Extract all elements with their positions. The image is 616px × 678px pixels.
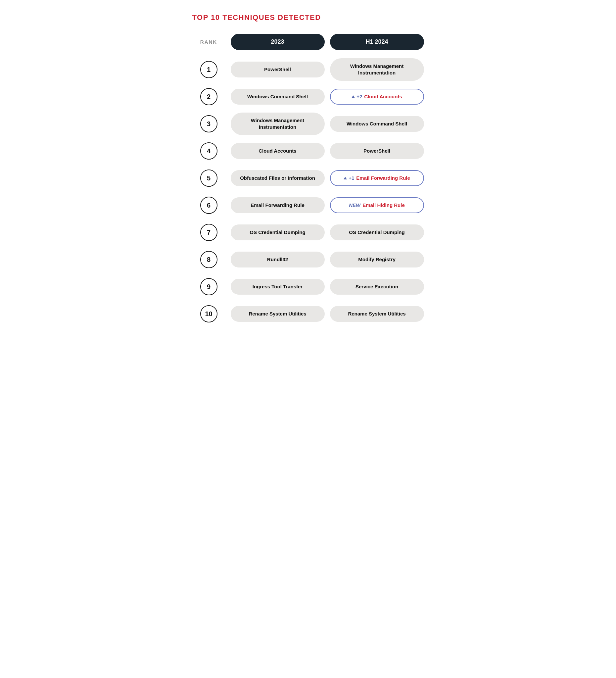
rank-circle-2: 2 [200, 88, 218, 105]
table-row: 6Email Forwarding RuleNEW Email Hiding R… [192, 194, 424, 217]
arrow-up-icon [351, 96, 355, 98]
rank-circle-4: 4 [200, 142, 218, 159]
cell-2023-5: Obfuscated Files or Information [231, 170, 325, 186]
cell-h1-7: OS Credential Dumping [330, 224, 424, 240]
cell-2023-1: PowerShell [231, 62, 325, 77]
cell-2023-6: Email Forwarding Rule [231, 197, 325, 213]
rank-label: RANK [192, 39, 225, 45]
rank-circle-6: 6 [200, 197, 218, 214]
cell-h1-label: Email Hiding Rule [362, 202, 405, 209]
badge-up: +1 [344, 175, 354, 181]
cell-h1-8: Modify Registry [330, 252, 424, 267]
rank-circle-7: 7 [200, 224, 218, 241]
table-row: 10Rename System UtilitiesRename System U… [192, 302, 424, 326]
cell-2023-3: Windows Management Instrumentation [231, 113, 325, 136]
cell-2023-8: Rundll32 [231, 252, 325, 267]
cell-h1-10: Rename System Utilities [330, 306, 424, 322]
col-header-h12024: H1 2024 [330, 34, 424, 50]
col-header-2023: 2023 [231, 34, 325, 50]
cell-h1-label: Cloud Accounts [364, 93, 402, 100]
cell-h1-highlighted-5: +1 Email Forwarding Rule [330, 170, 424, 186]
cell-2023-7: OS Credential Dumping [231, 224, 325, 240]
rank-circle-3: 3 [200, 115, 218, 133]
cell-h1-highlighted-6: NEW Email Hiding Rule [330, 197, 424, 213]
rank-circle-1: 1 [200, 61, 218, 78]
cell-h1-highlighted-2: +2 Cloud Accounts [330, 89, 424, 105]
table-row: 3Windows Management InstrumentationWindo… [192, 112, 424, 136]
badge-text: +2 [356, 93, 362, 100]
table-row: 5Obfuscated Files or Information+1 Email… [192, 166, 424, 190]
cell-h1-label: Email Forwarding Rule [356, 175, 410, 181]
table-row: 2Windows Command Shell+2 Cloud Accounts [192, 85, 424, 108]
table-rows: 1PowerShellWindows Management Instrument… [192, 58, 424, 326]
cell-2023-2: Windows Command Shell [231, 89, 325, 105]
section-title: TOP 10 TECHNIQUES DETECTED [192, 13, 424, 22]
cell-h1-4: PowerShell [330, 143, 424, 159]
table-row: 7OS Credential DumpingOS Credential Dump… [192, 221, 424, 244]
table-row: 8Rundll32Modify Registry [192, 248, 424, 271]
arrow-up-icon [344, 177, 347, 180]
table-header: RANK 2023 H1 2024 [192, 34, 424, 50]
table-row: 9Ingress Tool TransferService Execution [192, 275, 424, 298]
table-row: 1PowerShellWindows Management Instrument… [192, 58, 424, 81]
cell-2023-4: Cloud Accounts [231, 143, 325, 159]
cell-h1-1: Windows Management Instrumentation [330, 58, 424, 81]
badge-text: +1 [349, 175, 354, 181]
main-container: TOP 10 TECHNIQUES DETECTED RANK 2023 H1 … [192, 13, 424, 326]
rank-circle-10: 10 [200, 305, 218, 323]
badge-new: NEW [349, 202, 360, 209]
cell-2023-10: Rename System Utilities [231, 306, 325, 322]
badge-up: +2 [351, 93, 362, 100]
cell-2023-9: Ingress Tool Transfer [231, 279, 325, 295]
table-row: 4Cloud AccountsPowerShell [192, 139, 424, 162]
rank-circle-9: 9 [200, 278, 218, 295]
cell-h1-3: Windows Command Shell [330, 116, 424, 132]
rank-circle-8: 8 [200, 251, 218, 268]
rank-circle-5: 5 [200, 170, 218, 187]
cell-h1-9: Service Execution [330, 279, 424, 295]
